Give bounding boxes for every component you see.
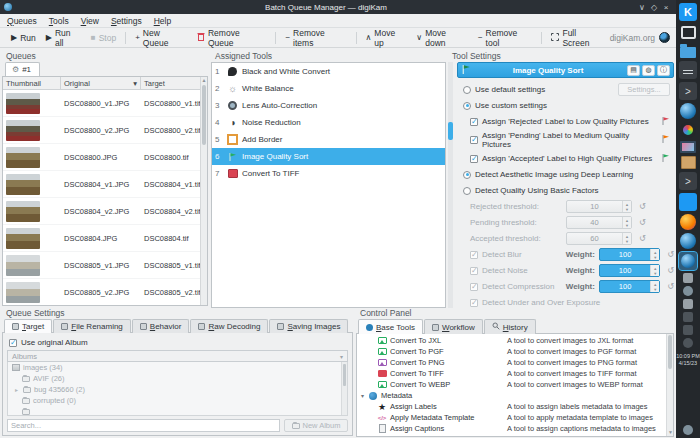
reset-defaults-button[interactable]: ▤: [627, 65, 640, 76]
column-original[interactable]: Original▾: [61, 77, 141, 89]
album-search-input[interactable]: [7, 419, 280, 432]
queue-row[interactable]: DSC08805_v1.JPGDSC08805_v1.tif: [3, 252, 207, 279]
tool-row-metadata-template[interactable]: </>Apply Metadata TemplateA tool to appl…: [357, 412, 673, 423]
maximize-button[interactable]: ◇: [648, 3, 660, 12]
queue-tab-1[interactable]: ⚙ #1: [5, 62, 40, 76]
use-custom-radio[interactable]: [463, 102, 471, 110]
digikam-logo-icon[interactable]: [659, 32, 670, 43]
digikam-org-label[interactable]: digiKam.org: [610, 33, 655, 43]
minimize-button[interactable]: ∨: [636, 3, 648, 12]
queues-panel: Queues ⚙ #1 Thumbnail Original▾ Target D…: [2, 49, 208, 306]
tool-row-assign-captions[interactable]: Assign CaptionsA tool to assign captions…: [357, 423, 673, 434]
browser-icon[interactable]: [680, 103, 696, 119]
queue-row[interactable]: DSC08800.JPGDSC08800.tif: [3, 144, 207, 171]
tool-row-assign-labels[interactable]: ★Assign LabelsA tool to assign labels me…: [357, 401, 673, 412]
folder-icon: [23, 387, 31, 393]
close-button[interactable]: ×: [660, 3, 672, 12]
user-icon[interactable]: [683, 425, 693, 435]
taskbar-clock[interactable]: 10:09 PM 4/15/23: [676, 353, 700, 367]
assign-accepted-row: Assign 'Accepted' Label to High Quality …: [470, 152, 674, 165]
menu-settings[interactable]: Settings: [111, 16, 142, 26]
window-switcher-icon[interactable]: [681, 26, 696, 39]
queue-row[interactable]: DSC08804.JPGDSC08804.tif: [3, 225, 207, 252]
tray-icon-4[interactable]: [683, 312, 693, 322]
queue-row[interactable]: DSC08800_v2.JPGDSC08800_v2.tif: [3, 117, 207, 144]
remove-queue-button[interactable]: Remove Queue: [192, 30, 272, 46]
tray-icon-1[interactable]: [683, 273, 693, 283]
full-screen-button[interactable]: Full Screen: [546, 30, 609, 46]
expander-open-icon[interactable]: ▾: [361, 392, 368, 399]
tool-row-jxl[interactable]: Convert To JXLA tool to convert images t…: [357, 335, 673, 346]
column-target[interactable]: Target: [141, 77, 207, 89]
album-tree-scrollbar[interactable]: [341, 362, 347, 415]
new-queue-button[interactable]: +New Queue: [130, 30, 192, 46]
detect-aesthetic-radio[interactable]: [463, 171, 471, 179]
tab-file-renaming[interactable]: File Renaming: [53, 319, 131, 333]
assigned-tool-row-selected[interactable]: 6Image Quality Sort: [212, 148, 445, 165]
remove-items-button[interactable]: −Remove items: [280, 30, 351, 46]
queue-row[interactable]: DSC08800_v1.JPGDSC08800_v1.tif: [3, 90, 207, 117]
tool-row-png[interactable]: Convert To PNGA tool to convert images t…: [357, 357, 673, 368]
tray-icon-5[interactable]: [683, 325, 693, 335]
remove-tool-button[interactable]: −Remove tool: [473, 30, 538, 46]
assigned-tool-row[interactable]: 5Add Border: [212, 131, 445, 148]
move-down-button[interactable]: ∨Move down: [411, 30, 473, 46]
assign-rejected-checkbox[interactable]: [470, 118, 478, 126]
detect-basic-radio[interactable]: [463, 187, 471, 195]
tool-row-tiff[interactable]: Convert To TIFFA tool to convert images …: [357, 368, 673, 379]
tray-icon-2[interactable]: [683, 286, 693, 296]
tab-target[interactable]: Target: [4, 319, 52, 333]
kde-app-icon[interactable]: [679, 193, 697, 211]
tray-icon-3[interactable]: [683, 299, 693, 309]
toolbar-separator: [356, 32, 357, 44]
volume-icon[interactable]: [683, 338, 693, 348]
tab-behavior[interactable]: Behavior: [132, 319, 190, 333]
use-default-radio[interactable]: [463, 86, 471, 94]
main-toolbar: ▶Run ▶Run all ■Stop +New Queue Remove Qu…: [0, 28, 676, 48]
file-manager-icon[interactable]: [680, 47, 696, 58]
tab-base-tools[interactable]: Base Tools: [358, 319, 423, 334]
column-thumbnail[interactable]: Thumbnail: [3, 77, 61, 89]
group-row-metadata[interactable]: ▾Metadata: [357, 390, 673, 401]
queue-row[interactable]: DSC08804_v2.JPGDSC08804_v2.tif: [3, 198, 207, 225]
settings-sliders-icon[interactable]: [679, 61, 697, 79]
tab-workflow[interactable]: Workflow: [424, 319, 483, 334]
assigned-tool-row[interactable]: 4◑Noise Reduction: [212, 114, 445, 131]
move-up-button[interactable]: ∧Move up: [361, 30, 412, 46]
tab-saving-images[interactable]: Saving Images: [269, 319, 348, 333]
assign-pending-checkbox[interactable]: [470, 136, 478, 144]
queue-list-scrollbar[interactable]: ▲: [200, 77, 207, 305]
assigned-tool-row[interactable]: 1Black and White Convert: [212, 63, 445, 80]
assign-accepted-checkbox[interactable]: [470, 155, 478, 163]
info-button[interactable]: ⓘ: [657, 65, 670, 76]
terminal-icon[interactable]: >: [679, 172, 697, 190]
menu-tools[interactable]: Tools: [49, 16, 69, 26]
run-button[interactable]: ▶Run: [6, 30, 41, 46]
firefox-icon[interactable]: [680, 214, 696, 230]
display-app-icon[interactable]: [680, 141, 696, 153]
detect-blur-checkbox: [470, 251, 478, 259]
kde-launcher-icon[interactable]: K: [679, 3, 697, 21]
run-all-button[interactable]: ▶Run all: [41, 30, 86, 46]
tool-row-webp[interactable]: Convert To WEBPA tool to convert images …: [357, 379, 673, 390]
queue-row[interactable]: DSC08805_v2.JPGDSC08805_v2.tif: [3, 279, 207, 306]
app-sphere-icon[interactable]: [680, 233, 696, 249]
use-original-album-checkbox[interactable]: [9, 339, 17, 347]
assigned-tool-row[interactable]: 3Lens Auto-Correction: [212, 97, 445, 114]
menu-queues[interactable]: Queues: [7, 16, 37, 26]
tool-row-pgf[interactable]: Convert To PGFA tool to convert images t…: [357, 346, 673, 357]
menu-help[interactable]: Help: [154, 16, 171, 26]
help-button[interactable]: ◍: [642, 65, 655, 76]
queue-row[interactable]: DSC08804_v1.JPGDSC08804_v1.tif: [3, 171, 207, 198]
terminal-icon[interactable]: >: [679, 82, 697, 100]
menu-view[interactable]: View: [81, 16, 99, 26]
color-app-icon[interactable]: [680, 122, 696, 138]
tab-history[interactable]: History: [484, 319, 536, 334]
assigned-tool-row[interactable]: 2☼White Balance: [212, 80, 445, 97]
control-panel-scrollbar[interactable]: ▼: [666, 334, 673, 436]
tool-settings-scrollbar[interactable]: [448, 62, 453, 308]
tab-raw-decoding[interactable]: Raw Decoding: [190, 319, 268, 333]
assigned-tool-row[interactable]: 7Convert To TIFF: [212, 165, 445, 182]
digikam-active-task-icon[interactable]: [679, 252, 697, 270]
package-app-icon[interactable]: [681, 156, 696, 169]
